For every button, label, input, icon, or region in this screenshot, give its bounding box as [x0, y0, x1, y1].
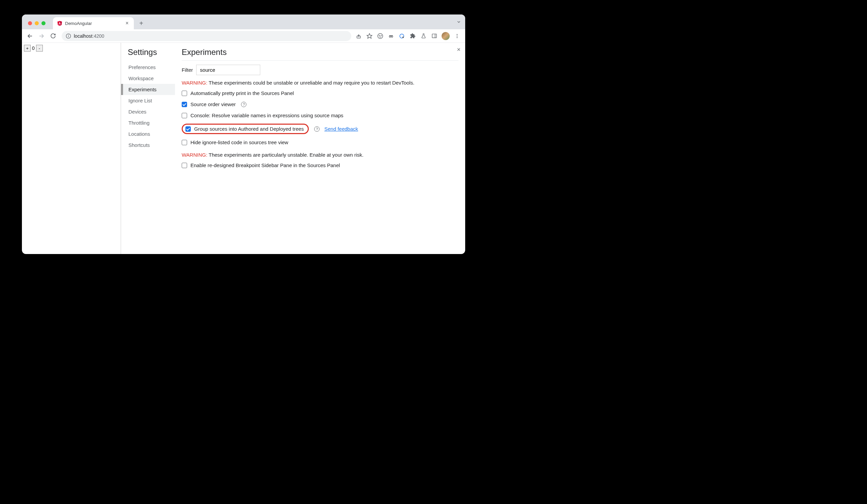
experiments-list: Automatically pretty print in the Source… [182, 90, 459, 145]
tab-title: DemoAngular [65, 21, 122, 26]
experiment-label: Automatically pretty print in the Source… [191, 90, 294, 96]
settings-main: Experiments Filter WARNING: These experi… [175, 43, 465, 254]
toolbar-actions [355, 32, 462, 40]
help-icon[interactable]: ? [314, 126, 320, 132]
address-bar[interactable]: localhost:4200 [62, 31, 351, 41]
svg-point-12 [389, 36, 391, 37]
settings-nav: Preferences Workspace Experiments Ignore… [128, 62, 175, 151]
experiments-heading: Experiments [182, 47, 459, 61]
nav-ignore-list[interactable]: Ignore List [128, 95, 175, 106]
kebab-menu-icon[interactable] [454, 33, 460, 40]
forward-button[interactable] [37, 31, 46, 41]
experiments-list-risky: Enable re-designed Breakpoint Sidebar Pa… [182, 162, 459, 168]
experiment-resolve-vars: Console: Resolve variable names in expre… [182, 112, 459, 118]
increment-button[interactable]: + [24, 45, 31, 52]
profile-avatar[interactable] [442, 32, 450, 40]
experiment-label: Source order viewer [191, 101, 236, 107]
svg-marker-8 [367, 33, 372, 38]
close-settings-button[interactable]: × [457, 46, 460, 53]
checkbox-pretty-print[interactable] [182, 91, 187, 96]
experiment-label: Hide ignore-listed code in sources tree … [191, 140, 288, 145]
site-info-icon[interactable] [66, 33, 71, 39]
filter-label: Filter [182, 67, 193, 73]
checkbox-group-sources[interactable] [185, 126, 191, 132]
nav-locations[interactable]: Locations [128, 128, 175, 140]
experiment-group-sources: Group sources into Authored and Deployed… [182, 124, 459, 134]
nav-devices[interactable]: Devices [128, 106, 175, 117]
svg-point-10 [379, 35, 380, 36]
minimize-window-button[interactable] [35, 21, 39, 25]
devtools-settings: × Settings Preferences Workspace Experim… [121, 43, 465, 254]
warning-unstable: WARNING: These experiments could be unst… [182, 80, 459, 86]
svg-rect-17 [432, 34, 437, 38]
decrement-button[interactable]: - [36, 45, 43, 52]
checkbox-source-order[interactable] [182, 102, 187, 107]
svg-point-19 [457, 34, 458, 35]
experiment-label: Enable re-designed Breakpoint Sidebar Pa… [191, 162, 340, 168]
content-area: + 0 - × Settings Preferences Workspace E… [22, 43, 465, 254]
browser-tab[interactable]: DemoAngular × [53, 17, 134, 29]
nav-throttling[interactable]: Throttling [128, 117, 175, 128]
extensions-icon[interactable] [409, 33, 416, 40]
svg-point-9 [378, 33, 383, 39]
filter-row: Filter [182, 65, 459, 75]
ext-incognito-icon[interactable] [388, 33, 394, 40]
browser-window: DemoAngular × + localhost:4200 [22, 14, 465, 254]
nav-shortcuts[interactable]: Shortcuts [128, 140, 175, 151]
experiment-hide-ignored: Hide ignore-listed code in sources tree … [182, 140, 459, 145]
checkbox-hide-ignored[interactable] [182, 140, 187, 145]
close-tab-button[interactable]: × [125, 21, 130, 26]
bookmark-icon[interactable] [366, 33, 373, 40]
tab-overflow-button[interactable] [457, 20, 461, 25]
nav-preferences[interactable]: Preferences [128, 62, 175, 73]
settings-heading: Settings [128, 47, 175, 57]
svg-point-6 [68, 35, 69, 35]
nav-experiments[interactable]: Experiments [121, 84, 175, 95]
window-controls [25, 21, 50, 29]
browser-toolbar: localhost:4200 [22, 29, 465, 43]
ext-panel-icon[interactable] [431, 33, 438, 40]
checkbox-resolve-vars[interactable] [182, 113, 187, 118]
ext-flask-icon[interactable] [420, 33, 427, 40]
share-icon[interactable] [355, 33, 362, 40]
maximize-window-button[interactable] [42, 21, 45, 25]
checkbox-breakpoint-sidebar[interactable] [182, 163, 187, 168]
send-feedback-link[interactable]: Send feedback [324, 126, 358, 132]
experiment-pretty-print: Automatically pretty print in the Source… [182, 90, 459, 96]
nav-workspace[interactable]: Workspace [128, 73, 175, 84]
tab-strip: DemoAngular × + [22, 14, 465, 29]
svg-point-16 [403, 36, 404, 38]
rendered-page: + 0 - [22, 43, 121, 254]
settings-sidebar: Settings Preferences Workspace Experimen… [121, 43, 175, 254]
counter-value: 0 [31, 45, 35, 52]
svg-point-21 [457, 37, 458, 38]
reload-button[interactable] [48, 31, 58, 41]
close-window-button[interactable] [28, 21, 32, 25]
experiment-label: Console: Resolve variable names in expre… [191, 112, 343, 118]
ext-face-icon[interactable] [377, 33, 384, 40]
experiment-source-order: Source order viewer ? [182, 101, 459, 107]
new-tab-button[interactable]: + [137, 19, 146, 28]
highlight-annotation: Group sources into Authored and Deployed… [182, 124, 309, 134]
svg-point-13 [392, 36, 393, 37]
ext-circle-icon[interactable] [398, 33, 405, 40]
experiment-label: Group sources into Authored and Deployed… [194, 126, 304, 132]
angular-icon [57, 21, 62, 26]
experiment-breakpoint-sidebar: Enable re-designed Breakpoint Sidebar Pa… [182, 162, 459, 168]
filter-input[interactable] [196, 65, 260, 75]
svg-point-11 [381, 35, 382, 36]
svg-point-20 [457, 35, 458, 36]
help-icon[interactable]: ? [241, 102, 246, 107]
back-button[interactable] [25, 31, 35, 41]
warning-risky: WARNING: These experiments are particula… [182, 152, 459, 158]
url-text: localhost:4200 [74, 33, 104, 39]
